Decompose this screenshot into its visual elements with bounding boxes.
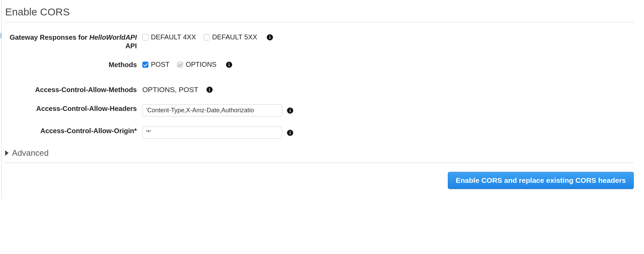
svg-rect-8 [209,88,210,89]
label-gateway-responses-prefix: Gateway Responses for [10,34,89,41]
advanced-toggle[interactable]: Advanced [5,148,634,158]
input-allow-headers[interactable] [142,104,282,116]
input-allow-origin[interactable] [142,127,282,139]
svg-rect-14 [290,131,290,131]
chevron-right-icon [5,150,9,156]
checkbox-method-options-label: OPTIONS [186,61,216,68]
row-methods: Methods POST OPTIONS [5,60,634,69]
svg-rect-11 [290,109,290,109]
checkbox-method-post-wrap[interactable]: POST [142,61,169,68]
label-gateway-responses-suffix: API [126,42,137,50]
row-gateway-responses: Gateway Responses for HelloWorldAPI API … [5,33,634,50]
label-allow-headers: Access-Control-Allow-Headers [5,104,142,113]
label-api-name: HelloWorldAPI [89,34,137,41]
page-title: Enable CORS [5,6,634,18]
svg-rect-10 [290,110,290,112]
checkbox-default-4xx[interactable] [142,34,148,40]
info-icon[interactable] [206,87,213,93]
checkbox-default-5xx[interactable] [204,34,210,40]
info-icon[interactable] [267,34,273,40]
svg-rect-7 [209,89,210,91]
label-gateway-responses: Gateway Responses for HelloWorldAPI API [5,33,142,50]
checkbox-method-options-wrap: OPTIONS [177,61,216,68]
label-allow-origin: Access-Control-Allow-Origin* [5,126,142,135]
label-methods: Methods [5,60,142,69]
svg-rect-1 [270,37,270,39]
row-allow-headers: Access-Control-Allow-Headers [5,104,634,116]
row-allow-methods: Access-Control-Allow-Methods OPTIONS, PO… [5,85,634,94]
svg-rect-5 [229,63,229,63]
info-icon[interactable] [287,130,293,136]
svg-rect-13 [290,132,290,134]
checkbox-default-4xx-label: DEFAULT 4XX [151,33,196,41]
checkbox-default-4xx-wrap[interactable]: DEFAULT 4XX [142,33,196,41]
svg-rect-4 [229,64,229,66]
row-allow-origin: Access-Control-Allow-Origin* [5,126,634,139]
label-allow-methods: Access-Control-Allow-Methods [5,85,142,94]
checkbox-method-post-label: POST [151,61,169,68]
checkbox-default-5xx-label: DEFAULT 5XX [212,33,258,41]
checkbox-method-options [177,62,183,68]
checkbox-default-5xx-wrap[interactable]: DEFAULT 5XX [204,33,258,41]
advanced-label: Advanced [12,148,49,158]
enable-cors-button[interactable]: Enable CORS and replace existing CORS he… [448,172,634,189]
svg-rect-2 [270,35,270,36]
checkbox-method-post[interactable] [142,62,148,68]
info-icon[interactable] [226,62,232,68]
info-icon[interactable] [287,107,293,114]
value-allow-methods: OPTIONS, POST [142,86,198,94]
